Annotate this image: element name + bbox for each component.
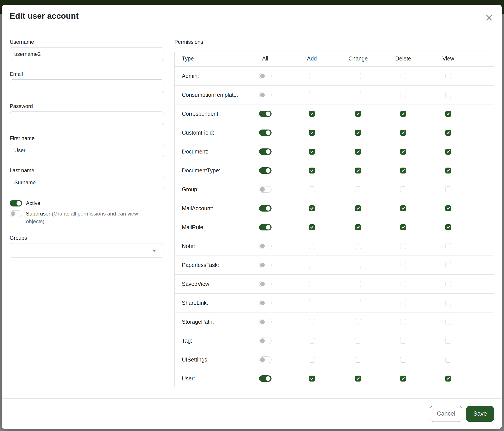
all-toggle[interactable]	[259, 319, 271, 325]
view-checkbox[interactable]	[445, 187, 451, 192]
add-checkbox[interactable]	[309, 130, 315, 136]
delete-checkbox[interactable]	[400, 338, 406, 344]
all-toggle[interactable]	[259, 262, 271, 268]
delete-checkbox[interactable]	[400, 300, 406, 306]
view-checkbox[interactable]	[445, 376, 451, 382]
view-checkbox[interactable]	[445, 338, 451, 344]
add-checkbox[interactable]	[309, 262, 315, 268]
all-toggle[interactable]	[259, 243, 271, 249]
change-checkbox[interactable]	[355, 205, 361, 211]
view-checkbox[interactable]	[445, 262, 451, 268]
change-checkbox[interactable]	[355, 111, 361, 117]
add-checkbox[interactable]	[309, 357, 315, 363]
delete-checkbox[interactable]	[400, 205, 406, 211]
delete-checkbox[interactable]	[400, 281, 406, 287]
view-checkbox[interactable]	[445, 357, 451, 363]
all-toggle[interactable]	[259, 375, 271, 382]
all-toggle[interactable]	[259, 205, 271, 212]
view-checkbox[interactable]	[445, 149, 451, 155]
change-checkbox[interactable]	[355, 149, 361, 155]
username-input[interactable]	[10, 47, 164, 61]
table-row: UISettings:	[175, 350, 494, 369]
delete-checkbox[interactable]	[400, 224, 406, 230]
email-input[interactable]	[10, 79, 164, 93]
change-checkbox[interactable]	[355, 73, 361, 79]
all-toggle[interactable]	[259, 357, 271, 363]
delete-checkbox[interactable]	[400, 149, 406, 155]
cancel-button[interactable]: Cancel	[430, 406, 462, 422]
view-checkbox[interactable]	[445, 73, 451, 79]
change-checkbox[interactable]	[355, 243, 361, 249]
add-checkbox[interactable]	[309, 149, 315, 155]
change-checkbox[interactable]	[355, 300, 361, 306]
view-checkbox[interactable]	[445, 92, 451, 98]
view-checkbox[interactable]	[445, 130, 451, 136]
change-checkbox[interactable]	[355, 262, 361, 268]
all-toggle[interactable]	[259, 224, 271, 230]
delete-checkbox[interactable]	[400, 92, 406, 98]
change-checkbox[interactable]	[355, 187, 361, 192]
delete-checkbox[interactable]	[400, 262, 406, 268]
add-checkbox[interactable]	[309, 300, 315, 306]
user-form-column: Username Email Password First name Last …	[10, 39, 164, 398]
all-toggle[interactable]	[259, 338, 271, 344]
add-checkbox[interactable]	[309, 224, 315, 230]
delete-checkbox[interactable]	[400, 130, 406, 136]
view-checkbox[interactable]	[445, 319, 451, 325]
close-button[interactable]	[484, 12, 494, 24]
all-toggle[interactable]	[259, 300, 271, 306]
view-checkbox[interactable]	[445, 224, 451, 230]
change-checkbox[interactable]	[355, 376, 361, 382]
delete-checkbox[interactable]	[400, 73, 406, 79]
superuser-toggle[interactable]	[10, 210, 22, 217]
view-checkbox[interactable]	[445, 281, 451, 287]
all-toggle[interactable]	[259, 130, 271, 136]
add-checkbox[interactable]	[309, 168, 315, 173]
delete-checkbox[interactable]	[400, 243, 406, 249]
delete-checkbox[interactable]	[400, 168, 406, 173]
view-checkbox[interactable]	[445, 243, 451, 249]
last-name-input[interactable]	[10, 176, 164, 189]
add-checkbox[interactable]	[309, 243, 315, 249]
password-input[interactable]	[10, 111, 164, 125]
view-checkbox[interactable]	[445, 300, 451, 306]
groups-select[interactable]	[10, 243, 164, 258]
add-checkbox[interactable]	[309, 92, 315, 98]
all-toggle[interactable]	[259, 111, 271, 117]
all-toggle[interactable]	[259, 148, 271, 155]
change-checkbox[interactable]	[355, 168, 361, 173]
all-toggle[interactable]	[259, 92, 271, 98]
delete-checkbox[interactable]	[400, 357, 406, 363]
first-name-input[interactable]	[10, 144, 164, 157]
add-checkbox[interactable]	[309, 73, 315, 79]
add-checkbox[interactable]	[309, 187, 315, 192]
active-toggle[interactable]	[10, 200, 22, 207]
change-checkbox[interactable]	[355, 92, 361, 98]
add-checkbox[interactable]	[309, 111, 315, 117]
delete-checkbox[interactable]	[400, 376, 406, 382]
table-row: Document:	[175, 142, 494, 161]
change-checkbox[interactable]	[355, 130, 361, 136]
add-checkbox[interactable]	[309, 376, 315, 382]
delete-checkbox[interactable]	[400, 187, 406, 192]
delete-checkbox[interactable]	[400, 111, 406, 117]
view-checkbox[interactable]	[445, 205, 451, 211]
save-button[interactable]: Save	[466, 406, 494, 422]
all-toggle[interactable]	[259, 281, 271, 287]
change-checkbox[interactable]	[355, 224, 361, 230]
change-checkbox[interactable]	[355, 357, 361, 363]
add-checkbox[interactable]	[309, 338, 315, 344]
add-checkbox[interactable]	[309, 281, 315, 287]
add-checkbox[interactable]	[309, 319, 315, 325]
all-toggle[interactable]	[259, 186, 271, 193]
view-checkbox[interactable]	[445, 111, 451, 117]
change-checkbox[interactable]	[355, 319, 361, 325]
delete-checkbox[interactable]	[400, 319, 406, 325]
all-toggle[interactable]	[259, 167, 271, 174]
change-checkbox[interactable]	[355, 281, 361, 287]
add-checkbox[interactable]	[309, 205, 315, 211]
all-toggle[interactable]	[259, 73, 271, 79]
change-checkbox[interactable]	[355, 338, 361, 344]
view-checkbox[interactable]	[445, 168, 451, 173]
email-field-group: Email	[10, 71, 164, 93]
